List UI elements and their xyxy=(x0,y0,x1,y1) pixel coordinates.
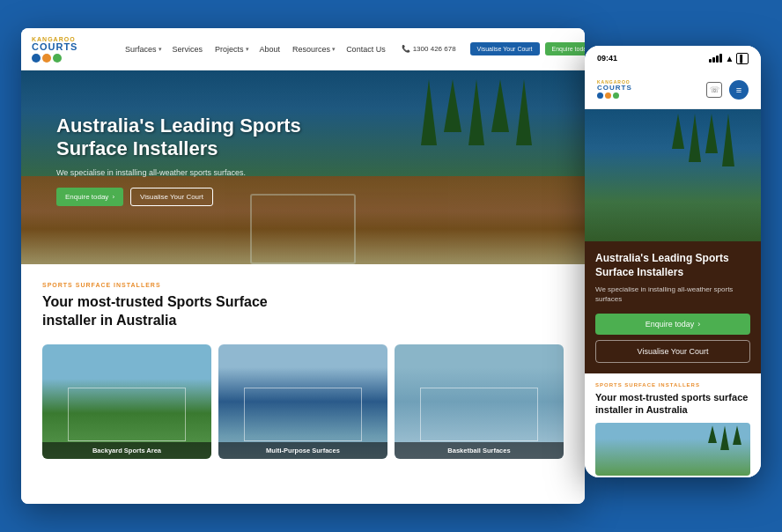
desktop-browser: KANGAROO COURTS Surfaces Services Projec… xyxy=(21,28,585,504)
nav-link-about[interactable]: About xyxy=(260,45,283,54)
mobile-logo-text: KANGAROO COURTS xyxy=(597,80,632,92)
desktop-navbar: KANGAROO COURTS Surfaces Services Projec… xyxy=(21,28,585,70)
hero-title: Australia's Leading Sports Surface Insta… xyxy=(56,115,321,161)
mobile-logo-courts: COURTS xyxy=(597,85,632,92)
mobile-tree-2 xyxy=(689,114,701,162)
mobile-image-preview xyxy=(595,423,750,476)
tree-1 xyxy=(421,79,437,145)
court-rect-3 xyxy=(420,388,538,441)
mobile-nav-icons: ☏ ≡ xyxy=(706,80,749,100)
hero-visualise-button[interactable]: Visualise Your Court xyxy=(130,188,213,206)
outer-container: KANGAROO COURTS Surfaces Services Projec… xyxy=(21,19,761,513)
nav-link-surfaces[interactable]: Surfaces xyxy=(125,45,162,54)
mobile-img-tree-2 xyxy=(720,425,729,450)
mobile-tree-3 xyxy=(705,114,718,153)
mobile-tree-4 xyxy=(722,114,734,166)
nav-link-projects[interactable]: Projects xyxy=(215,45,249,54)
mobile-content-label: SPORTS SURFACE INSTALLERS xyxy=(595,382,750,388)
signal-bar-4 xyxy=(719,54,722,63)
nav-link-contact[interactable]: Contact Us xyxy=(346,45,387,54)
desktop-logo: KANGAROO COURTS xyxy=(32,36,111,63)
mobile-content-title: Your most-trusted sports surface install… xyxy=(595,391,750,417)
mobile-img-tree-3 xyxy=(733,425,741,445)
mobile-visualise-button[interactable]: Visualise Your Court xyxy=(595,340,750,363)
desktop-nav-links: Surfaces Services Projects About Resourc… xyxy=(125,45,387,54)
image-card-basketball: Basketball Surfaces xyxy=(395,344,564,459)
court-rect-2 xyxy=(244,388,362,441)
desktop-content-section: SPORTS SURFACE INSTALLERS Your most-trus… xyxy=(21,264,585,504)
image-card-backyard: Backyard Sports Area xyxy=(42,344,211,459)
wifi-icon: ▲ xyxy=(725,54,734,63)
nav-buttons: Visualise Your Court Enquire today › xyxy=(470,42,585,55)
signal-bar-3 xyxy=(716,55,719,63)
mobile-circle-1 xyxy=(597,92,603,99)
desktop-logo-text: KANGAROO COURTS xyxy=(32,36,77,63)
nav-phone: 📞 1300 426 678 xyxy=(402,45,456,53)
logo-circle-2 xyxy=(42,54,51,63)
hero-subtitle: We specialise in installing all-weather … xyxy=(56,168,321,177)
hero-trees xyxy=(421,79,532,145)
mobile-navbar: KANGAROO COURTS ☏ ≡ xyxy=(585,70,761,109)
mobile-hero xyxy=(585,109,761,241)
signal-bar-1 xyxy=(709,59,712,63)
mobile-time: 09:41 xyxy=(597,54,617,63)
battery-icon: ▌ xyxy=(736,53,749,64)
image-card-multipurpose: Multi-Purpose Surfaces xyxy=(218,344,387,459)
mobile-img-tree-1 xyxy=(708,425,717,443)
logo-circles xyxy=(32,54,77,63)
logo-circle-3 xyxy=(53,54,62,63)
hero-content: Australia's Leading Sports Surface Insta… xyxy=(56,115,321,206)
status-icons: ▲ ▌ xyxy=(709,53,749,64)
mobile-section2: SPORTS SURFACE INSTALLERS Your most-trus… xyxy=(585,373,761,477)
mobile-status-bar: 09:41 ▲ ▌ xyxy=(585,46,761,70)
mobile-tree-1 xyxy=(672,114,684,149)
mobile-circle-2 xyxy=(605,92,611,99)
mobile-enquire-button[interactable]: Enquire today › xyxy=(595,314,750,335)
logo-courts-text: COURTS xyxy=(32,42,77,52)
content-label: SPORTS SURFACE INSTALLERS xyxy=(42,282,564,288)
image-card-label-2: Multi-Purpose Surfaces xyxy=(218,442,387,459)
logo-circle-1 xyxy=(32,54,41,63)
mobile-btn-arrow: › xyxy=(697,320,700,329)
nav-enquire-button[interactable]: Enquire today › xyxy=(545,42,585,55)
image-card-label-3: Basketball Surfaces xyxy=(395,442,564,459)
tree-3 xyxy=(468,79,484,145)
mobile-phone-icon[interactable]: ☏ xyxy=(706,82,722,98)
signal-bar-2 xyxy=(712,57,715,63)
mobile-hero-trees xyxy=(672,114,734,166)
image-card-label-1: Backyard Sports Area xyxy=(42,442,211,459)
mobile-hero-title: Australia's Leading Sports Surface Insta… xyxy=(595,252,750,279)
phone-icon: 📞 xyxy=(402,45,410,53)
hero-buttons: Enquire today › Visualise Your Court xyxy=(56,188,321,206)
content-title: Your most-trusted Sports Surface install… xyxy=(42,293,271,330)
btn-arrow-icon: › xyxy=(112,193,114,201)
nav-visualise-button[interactable]: Visualise Your Court xyxy=(470,42,540,55)
phone-number: 1300 426 678 xyxy=(413,45,456,53)
tree-5 xyxy=(516,79,532,145)
mobile-logo: KANGAROO COURTS xyxy=(597,80,632,99)
nav-link-services[interactable]: Services xyxy=(173,45,205,54)
hero-enquire-button[interactable]: Enquire today › xyxy=(56,188,123,206)
mobile-circle-3 xyxy=(613,92,619,99)
mobile-browser: 09:41 ▲ ▌ KANGAROO COURTS xyxy=(585,46,761,477)
nav-link-resources[interactable]: Resources xyxy=(292,45,336,54)
signal-bars xyxy=(709,54,722,63)
desktop-hero: Australia's Leading Sports Surface Insta… xyxy=(21,70,585,264)
mobile-content-dark: Australia's Leading Sports Surface Insta… xyxy=(585,241,761,373)
tree-4 xyxy=(491,79,509,132)
court-rect-1 xyxy=(68,388,186,441)
tree-2 xyxy=(444,79,461,132)
mobile-logo-circles xyxy=(597,92,632,99)
mobile-img-trees xyxy=(708,425,741,450)
mobile-menu-icon[interactable]: ≡ xyxy=(729,80,749,100)
image-grid: Backyard Sports Area Multi-Purpose Surfa… xyxy=(42,344,564,459)
mobile-hero-subtitle: We specialise in installing all-weather … xyxy=(595,284,750,304)
